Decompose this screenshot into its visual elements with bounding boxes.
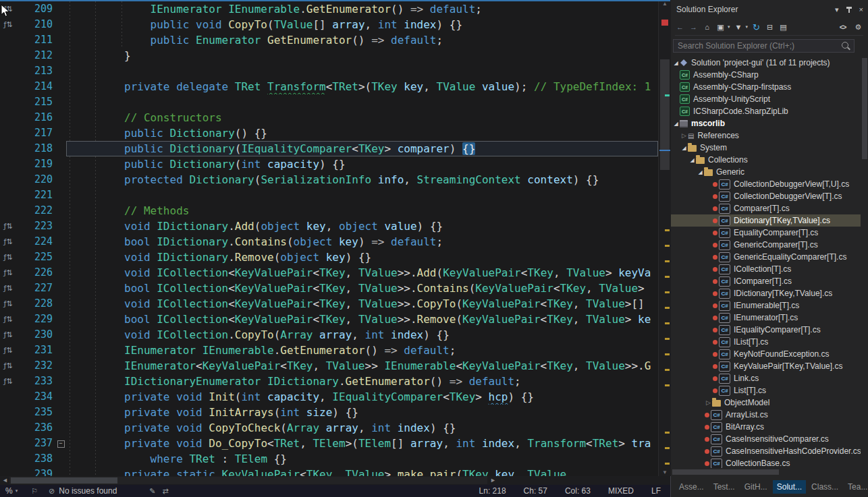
tree-item[interactable]: C#ICollection[T].cs	[671, 263, 861, 275]
tree-item[interactable]: C#Comparer[T].cs	[671, 202, 861, 214]
line-ending-indicator[interactable]: LF	[651, 486, 661, 496]
tree-item[interactable]: C#GenericEqualityComparer[T].cs	[671, 251, 861, 263]
chevron-collapsed-icon[interactable]: ▷	[680, 132, 688, 139]
code-line[interactable]: ƒ⇅224 bool IDictionary.Contains(object k…	[0, 234, 658, 250]
search-input[interactable]	[673, 39, 855, 53]
forward-icon[interactable]: →	[688, 21, 699, 33]
search-icon[interactable]	[842, 42, 848, 49]
chevron-expanded-icon[interactable]: ◢	[697, 169, 704, 175]
tool-window-tab[interactable]: Asse...	[675, 480, 708, 494]
tool-window-tab[interactable]: Solut...	[773, 480, 806, 494]
implements-icon[interactable]: ƒ⇅	[0, 250, 16, 265]
tree-item[interactable]: ◢Solution 'project-gui' (11 of 11 projec…	[671, 57, 861, 69]
tree-item[interactable]: C#ICSharpCode.SharpZipLib	[671, 105, 861, 117]
tree-item[interactable]: ▷ObjectModel	[671, 397, 861, 409]
editor-horizontal-scrollbar[interactable]: ◄ ►	[0, 476, 670, 485]
tree-item[interactable]: C#IDictionary[TKey,TValue].cs	[671, 287, 861, 299]
code-line[interactable]: 213	[0, 63, 658, 79]
window-position-icon[interactable]: ▾	[835, 5, 839, 14]
properties-icon[interactable]: ⚙	[853, 21, 863, 33]
line-indicator[interactable]: Ln: 218	[479, 486, 506, 496]
code-line[interactable]: 220 protected Dictionary(SerializationIn…	[0, 172, 658, 187]
show-all-files-icon[interactable]: ▤	[778, 21, 788, 33]
implements-icon[interactable]: ƒ⇅	[0, 218, 16, 234]
document-health-indicator[interactable]: ⊘ No issues found	[49, 486, 117, 496]
code-line[interactable]: 216 // Constructors	[0, 110, 658, 125]
column-indicator[interactable]: Col: 63	[565, 486, 591, 496]
tree-item[interactable]: ▷▤References	[671, 129, 861, 142]
tool-window-tab[interactable]: GitH...	[740, 480, 771, 494]
code-line[interactable]: 211 public Enumerator GetEnumerator() =>…	[0, 32, 658, 48]
tree-item[interactable]: C#IEnumerable[T].cs	[671, 299, 861, 312]
tree-item[interactable]: C#BitArray.cs	[671, 421, 861, 433]
zoom-control[interactable]: % ▾	[0, 486, 18, 496]
code-line[interactable]: 238 where TRet : TElem {}	[0, 451, 658, 467]
code-line[interactable]: 237− private void Do_CopyTo<TRet, TElem>…	[0, 436, 658, 451]
code-line[interactable]: 234 private void Init(int capacity, IEqu…	[0, 389, 658, 405]
filter-icon[interactable]: ▼	[734, 21, 744, 33]
tree-item[interactable]: C#KeyNotFoundException.cs	[671, 348, 861, 360]
editor-vertical-scrollbar[interactable]: ▲ ▼	[658, 0, 671, 476]
collapse-all-icon[interactable]: ⊟	[765, 21, 775, 33]
code-line[interactable]: ƒ⇅226 void ICollection<KeyValuePair<TKey…	[0, 265, 658, 281]
code-line[interactable]: ƒ⇅210 public void CopyTo(TValue[] array,…	[0, 17, 658, 32]
chevron-expanded-icon[interactable]: ◢	[688, 157, 696, 163]
tree-item[interactable]: C#CaseInsensitiveHashCodeProvider.cs	[671, 445, 861, 457]
code-line[interactable]: ƒ⇅233 IDictionaryEnumerator IDictionary.…	[0, 374, 658, 389]
code-line[interactable]: ƒ⇅231 IEnumerator IEnumerable.GetEnumera…	[0, 343, 658, 358]
code-line[interactable]: ƒ⇅228 void ICollection<KeyValuePair<TKey…	[0, 296, 658, 312]
tree-vertical-scrollbar[interactable]	[861, 57, 868, 468]
tree-item[interactable]: C#List[T].cs	[671, 384, 861, 397]
tree-item[interactable]: C#Dictionary[TKey,TValue].cs	[671, 214, 861, 227]
code-view-icon[interactable]: <>	[838, 21, 848, 33]
chevron-expanded-icon[interactable]: ◢	[672, 60, 680, 66]
tool-window-tab[interactable]: Class...	[807, 480, 842, 494]
tree-item[interactable]: C#ArrayList.cs	[671, 409, 861, 421]
edit-mode-icon[interactable]: ✎	[149, 487, 155, 496]
tree-item[interactable]: C#IComparer[T].cs	[671, 275, 861, 287]
tool-window-tab[interactable]: Test...	[709, 480, 739, 494]
tree-item[interactable]: C#CaseInsensitiveComparer.cs	[671, 433, 861, 445]
close-icon[interactable]: ×	[859, 5, 863, 13]
scroll-up-icon[interactable]: ▲	[659, 1, 671, 7]
tree-item[interactable]: C#IEnumerator[T].cs	[671, 312, 861, 324]
code-editor[interactable]: ƒ⇅209 IEnumerator IEnumerable.GetEnumera…	[0, 0, 658, 476]
tree-item[interactable]: C#Assembly-UnityScript	[671, 93, 861, 105]
compare-icon[interactable]: ⇄	[163, 487, 169, 496]
scroll-right-icon[interactable]: ►	[490, 477, 496, 484]
implements-icon[interactable]: ƒ⇅	[0, 296, 16, 312]
sync-icon[interactable]: ↻	[751, 21, 761, 33]
switch-views-icon[interactable]: ▣	[715, 21, 726, 33]
tree-item[interactable]: C#IList[T].cs	[671, 336, 861, 348]
tree-item[interactable]: ◢Collections	[671, 154, 861, 166]
tree-item[interactable]: C#EqualityComparer[T].cs	[671, 227, 861, 239]
solution-explorer-titlebar[interactable]: Solution Explorer ▾×	[676, 3, 863, 16]
code-line[interactable]: 215	[0, 94, 658, 110]
fold-collapse-icon[interactable]: −	[57, 440, 65, 448]
chevron-expanded-icon[interactable]: ◢	[680, 145, 688, 151]
code-line[interactable]: ƒ⇅227 bool ICollection<KeyValuePair<TKey…	[0, 281, 658, 296]
code-line[interactable]: 217 public Dictionary() {}	[0, 125, 658, 141]
code-line[interactable]: 236 private void CopyToCheck(Array array…	[0, 420, 658, 436]
scroll-left-icon[interactable]: ◄	[2, 477, 8, 484]
char-indicator[interactable]: Ch: 57	[524, 486, 547, 496]
implements-icon[interactable]: ƒ⇅	[0, 327, 16, 343]
scrollbar-track[interactable]	[9, 477, 487, 484]
implements-icon[interactable]: ƒ⇅	[0, 374, 16, 389]
pin-icon[interactable]	[848, 7, 850, 13]
code-line[interactable]: ƒ⇅232 IEnumerator<KeyValuePair<TKey, TVa…	[0, 358, 658, 374]
code-line[interactable]: 214 private delegate TRet Transform<TRet…	[0, 79, 658, 94]
scroll-down-icon[interactable]: ▼	[659, 469, 671, 475]
implements-icon[interactable]: ƒ⇅	[0, 265, 16, 281]
tree-horizontal-scrollbar[interactable]	[671, 468, 861, 476]
code-line[interactable]: 218 public Dictionary(IEqualityComparer<…	[0, 141, 658, 156]
tree-item[interactable]: C#CollectionDebuggerView[T].cs	[671, 190, 861, 202]
code-line[interactable]: 239 private static KeyValuePair<TKey, TV…	[0, 467, 658, 476]
implements-icon[interactable]: ƒ⇅	[0, 312, 16, 327]
code-line[interactable]: ƒ⇅225 void IDictionary.Remove(object key…	[0, 250, 658, 265]
scrollbar-thumb[interactable]	[11, 477, 117, 484]
tree-item[interactable]: C#IEqualityComparer[T].cs	[671, 324, 861, 336]
tool-window-tab[interactable]: Tea...	[844, 480, 868, 494]
code-line[interactable]: 222 // Methods	[0, 203, 658, 218]
code-line[interactable]: ƒ⇅209 IEnumerator IEnumerable.GetEnumera…	[0, 1, 658, 17]
